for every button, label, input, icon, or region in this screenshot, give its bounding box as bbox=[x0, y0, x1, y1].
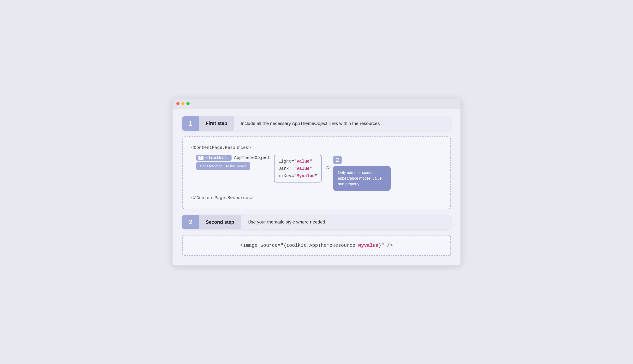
note2-wrapper: 2 Only add the needed appearance modes' … bbox=[333, 156, 391, 191]
attr-block: Light="value" Dark= "value" x:Key="Myval… bbox=[274, 155, 322, 183]
app-window: 1 First step Include all the necessary A… bbox=[173, 98, 460, 266]
close-tag-line: </ContentPage.Resources> bbox=[191, 194, 442, 202]
dark-attr: Dark= " bbox=[278, 166, 297, 171]
titlebar bbox=[173, 98, 460, 109]
step1-code-area: <ContentPage.Resources> 1 <toolkit: bbox=[191, 144, 442, 202]
light-line: Light="value" bbox=[278, 158, 317, 165]
step1-header: 1 First step Include all the necessary A… bbox=[182, 116, 451, 131]
step2-number: 2 bbox=[182, 215, 199, 229]
key-value: Myvalue bbox=[297, 174, 315, 178]
open-tag-text: <ContentPage.Resources> bbox=[191, 145, 251, 150]
toolkit-badge-number: 1 bbox=[198, 156, 204, 160]
code2-line-end: }" /> bbox=[378, 243, 393, 248]
self-close-text: /> bbox=[325, 166, 331, 170]
main-content: 1 First step Include all the necessary A… bbox=[173, 109, 460, 266]
light-value: value bbox=[297, 159, 310, 164]
open-tag-line: <ContentPage.Resources> bbox=[191, 144, 442, 152]
close-button[interactable] bbox=[176, 102, 180, 105]
close-tag-text: </ContentPage.Resources> bbox=[191, 196, 253, 200]
step2-code-block: <Image Source="{toolkit:AppThemeResource… bbox=[182, 235, 451, 256]
key-line: x:Key="Myvalue" bbox=[278, 172, 317, 180]
toolkit-tooltip: Don't forget to use the Toolkit bbox=[196, 162, 250, 170]
selfclose-note-row: /> 2 Only add the needed appearance mode… bbox=[325, 156, 391, 191]
main-code-row: 1 <toolkit: AppThemeObject Don't forget … bbox=[196, 155, 442, 191]
toolkit-row: 1 <toolkit: AppThemeObject bbox=[196, 155, 270, 161]
step1-label: First step bbox=[199, 116, 234, 131]
step1-code-block: <ContentPage.Resources> 1 <toolkit: bbox=[182, 136, 451, 209]
light-attr: Light=" bbox=[278, 159, 297, 164]
dark-value: value bbox=[297, 166, 310, 171]
note2-number: 2 bbox=[333, 156, 342, 164]
code2-key-value: MyValue bbox=[358, 243, 378, 248]
key-attr: x:Key=" bbox=[278, 174, 297, 178]
step2-code-line: <Image Source="{toolkit:AppThemeResource… bbox=[240, 243, 393, 248]
maximize-button[interactable] bbox=[186, 102, 190, 105]
toolkit-text: <toolkit: bbox=[206, 156, 229, 160]
toolkit-badge: 1 <toolkit: bbox=[196, 155, 232, 161]
step2-description: Use your thematic style where needed. bbox=[241, 215, 451, 229]
step2-header: 2 Second step Use your thematic style wh… bbox=[182, 215, 451, 229]
minimize-button[interactable] bbox=[181, 102, 185, 105]
note2-bubble: Only add the needed appearance modes' va… bbox=[333, 166, 391, 191]
toolkit-column: 1 <toolkit: AppThemeObject Don't forget … bbox=[196, 155, 270, 170]
appthemeobject-text: AppThemeObject bbox=[234, 156, 270, 160]
dark-line: Dark= "value" bbox=[278, 165, 317, 172]
selfclose-note-col: /> 2 Only add the needed appearance mode… bbox=[325, 156, 391, 191]
code2-line-start: <Image Source="{toolkit:AppThemeResource bbox=[240, 243, 358, 248]
step1-number: 1 bbox=[182, 116, 199, 131]
step1-description: Include all the necessary AppThemeObject… bbox=[234, 116, 451, 131]
step2-label: Second step bbox=[199, 215, 241, 229]
